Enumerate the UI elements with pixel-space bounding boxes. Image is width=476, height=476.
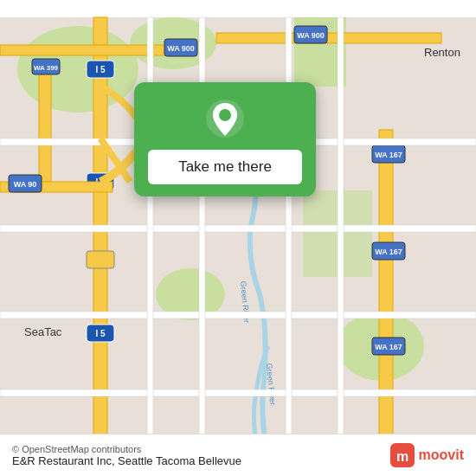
svg-text:m: m bbox=[396, 449, 408, 464]
bottom-bar: © OpenStreetMap contributors E&R Restaur… bbox=[0, 434, 476, 476]
moovit-logo: m moovit bbox=[390, 443, 464, 467]
svg-text:Renton: Renton bbox=[424, 46, 460, 59]
svg-text:WA 900: WA 900 bbox=[297, 31, 325, 40]
svg-text:WA 399: WA 399 bbox=[34, 64, 59, 72]
svg-text:SeaTac: SeaTac bbox=[24, 325, 62, 338]
map-container: WA 900 WA 900 WA 167 WA 167 WA 167 WA 39… bbox=[0, 0, 476, 476]
svg-rect-42 bbox=[0, 389, 476, 396]
svg-text:I 5: I 5 bbox=[95, 329, 106, 338]
location-pin-icon bbox=[204, 98, 246, 139]
svg-rect-46 bbox=[338, 17, 344, 459]
take-me-there-button[interactable]: Take me there bbox=[148, 150, 302, 184]
svg-rect-10 bbox=[216, 33, 441, 43]
svg-text:I 5: I 5 bbox=[95, 65, 106, 74]
svg-text:WA 167: WA 167 bbox=[375, 151, 402, 159]
svg-text:WA 167: WA 167 bbox=[375, 343, 402, 351]
popup-card: Take me there bbox=[134, 82, 316, 196]
place-label: E&R Restaurant Inc, Seattle Tacoma Belle… bbox=[12, 454, 241, 467]
svg-rect-8 bbox=[87, 251, 114, 268]
svg-rect-40 bbox=[0, 225, 476, 232]
svg-point-48 bbox=[219, 109, 231, 121]
svg-rect-41 bbox=[0, 312, 476, 318]
svg-rect-22 bbox=[39, 69, 51, 182]
svg-text:WA 900: WA 900 bbox=[167, 44, 195, 53]
moovit-brand-text: moovit bbox=[419, 447, 464, 463]
map-background: WA 900 WA 900 WA 167 WA 167 WA 167 WA 39… bbox=[0, 0, 476, 476]
svg-text:WA 167: WA 167 bbox=[375, 248, 402, 256]
moovit-icon: m bbox=[390, 443, 415, 467]
svg-text:WA 90: WA 90 bbox=[14, 180, 37, 189]
map-attribution: © OpenStreetMap contributors bbox=[12, 444, 241, 454]
svg-rect-15 bbox=[379, 130, 393, 459]
